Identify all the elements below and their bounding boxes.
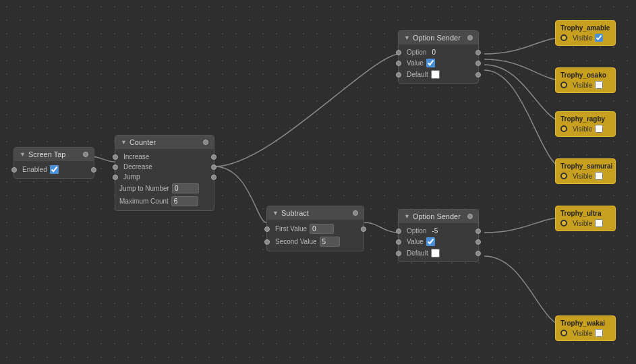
trophy-osako-visible-label: Visible — [573, 82, 592, 89]
option-bottom-default-in-port — [396, 251, 401, 256]
enabled-in-port — [11, 167, 17, 173]
enabled-out-port — [91, 167, 96, 173]
counter-node: ▼ Counter Increase Decrease Jump Jump to… — [115, 135, 214, 211]
increase-out-port — [211, 154, 216, 160]
first-value-row: First Value — [267, 222, 364, 235]
option-sender-bottom-title: Option Sender — [413, 212, 461, 220]
trophy-ultra-visible-row: Visible — [560, 219, 610, 227]
trophy-ragby-visible-checkbox[interactable] — [595, 125, 603, 133]
increase-in-port — [113, 154, 118, 160]
trophy-wakai-visible-row: Visible — [560, 329, 610, 337]
option-top-option-in-port — [396, 50, 401, 55]
option-top-default-in-port — [396, 72, 401, 78]
option-bottom-default-checkbox[interactable] — [431, 249, 440, 257]
trophy-samurai-visible-checkbox[interactable] — [595, 172, 603, 180]
collapse-arrow-icon[interactable]: ▼ — [20, 151, 26, 158]
trophy-ultra-visible-checkbox[interactable] — [595, 219, 603, 227]
trophy-samurai-in-port — [560, 173, 567, 179]
second-value-label: Second Value — [275, 238, 317, 245]
trophy-ultra-node: Trophy_ultra Visible — [555, 206, 616, 231]
jump-to-number-label: Jump to Number — [119, 185, 169, 192]
first-value-in-port — [264, 226, 270, 232]
option-sender-top-out-port — [467, 35, 473, 40]
option-sender-top-header: ▼ Option Sender — [399, 31, 478, 44]
option-bottom-default-out-port — [475, 251, 481, 256]
option-sender-top-title: Option Sender — [413, 34, 461, 42]
trophy-ragby-visible-label: Visible — [573, 125, 592, 133]
option-bottom-default-row: Default — [399, 247, 478, 259]
option-top-value-in-port — [396, 61, 401, 66]
option-bottom-value-checkbox[interactable] — [426, 237, 435, 246]
option-top-default-checkbox[interactable] — [431, 70, 440, 79]
trophy-amable-visible-row: Visible — [560, 34, 610, 42]
first-value-out-port — [361, 226, 366, 232]
trophy-amable-visible-checkbox[interactable] — [595, 34, 603, 42]
trophy-ragby-title: Trophy_ragby — [560, 115, 610, 123]
option-top-default-out-port — [475, 72, 481, 78]
maximum-count-row: Maximum Count — [115, 195, 214, 208]
jump-to-number-row: Jump to Number — [115, 182, 214, 195]
counter-body: Increase Decrease Jump Jump to Number Ma… — [115, 149, 214, 210]
screen-tap-title: Screen Tap — [28, 150, 65, 158]
subtract-body: First Value Second Value — [267, 220, 364, 251]
increase-label: Increase — [123, 153, 149, 160]
option-bottom-value-in-port — [396, 239, 401, 245]
decrease-label: Decrease — [123, 163, 152, 171]
jump-label: Jump — [123, 173, 140, 181]
first-value-input[interactable] — [310, 224, 334, 234]
option-sender-bottom-node: ▼ Option Sender Option -5 Value Default — [398, 209, 479, 262]
jump-to-number-input[interactable] — [172, 183, 199, 193]
trophy-ragby-visible-row: Visible — [560, 125, 610, 133]
option-top-option-row: Option 0 — [399, 47, 478, 57]
first-value-label: First Value — [275, 225, 307, 233]
trophy-osako-visible-checkbox[interactable] — [595, 81, 603, 89]
option-bottom-value-row: Value — [399, 236, 478, 247]
jump-in-port — [113, 175, 118, 180]
option-top-value-checkbox[interactable] — [426, 59, 435, 67]
option-sender-top-collapse-icon[interactable]: ▼ — [404, 34, 410, 41]
jump-out-port — [211, 175, 216, 180]
option-sender-bottom-header: ▼ Option Sender — [399, 210, 478, 223]
trophy-amable-node: Trophy_amable Visible — [555, 20, 616, 46]
trophy-ragby-in-port — [560, 125, 567, 132]
trophy-wakai-node: Trophy_wakai Visible — [555, 315, 616, 341]
option-bottom-option-value: -5 — [432, 227, 438, 235]
screen-tap-node: ▼ Screen Tap Enabled — [13, 147, 94, 179]
decrease-out-port — [211, 164, 216, 170]
option-bottom-option-in-port — [396, 229, 401, 234]
option-top-value-label: Value — [407, 59, 424, 67]
enabled-checkbox[interactable] — [50, 165, 59, 174]
subtract-out-port — [353, 210, 358, 216]
option-top-value-row: Value — [399, 57, 478, 69]
option-sender-bottom-body: Option -5 Value Default — [399, 223, 478, 262]
second-value-input[interactable] — [320, 237, 340, 247]
trophy-osako-node: Trophy_osako Visible — [555, 67, 616, 93]
maximum-count-input[interactable] — [171, 196, 198, 206]
counter-collapse-icon[interactable]: ▼ — [121, 139, 127, 146]
option-top-value-out-port — [475, 61, 481, 66]
trophy-ultra-in-port — [560, 220, 567, 226]
option-top-option-value: 0 — [432, 49, 436, 56]
trophy-wakai-visible-checkbox[interactable] — [595, 329, 603, 337]
enabled-row: Enabled — [14, 164, 94, 175]
increase-row: Increase — [115, 152, 214, 162]
option-sender-bottom-collapse-icon[interactable]: ▼ — [404, 213, 410, 220]
option-top-default-label: Default — [407, 71, 428, 78]
subtract-collapse-icon[interactable]: ▼ — [272, 210, 279, 216]
trophy-amable-in-port — [560, 34, 567, 41]
option-sender-bottom-out-port — [467, 214, 473, 219]
second-value-row: Second Value — [267, 235, 364, 248]
option-bottom-value-label: Value — [407, 238, 424, 245]
trophy-samurai-node: Trophy_samurai Visible — [555, 158, 616, 184]
option-bottom-value-out-port — [475, 239, 481, 245]
trophy-wakai-visible-label: Visible — [573, 330, 592, 337]
trophy-samurai-visible-row: Visible — [560, 172, 610, 180]
enabled-label: Enabled — [22, 166, 47, 173]
option-bottom-option-out-port — [475, 229, 481, 234]
trophy-osako-title: Trophy_osako — [560, 71, 610, 79]
decrease-in-port — [113, 164, 118, 170]
jump-row: Jump — [115, 172, 214, 182]
option-top-default-row: Default — [399, 69, 478, 80]
counter-out-port — [203, 140, 208, 145]
option-sender-top-node: ▼ Option Sender Option 0 Value Default — [398, 30, 479, 84]
